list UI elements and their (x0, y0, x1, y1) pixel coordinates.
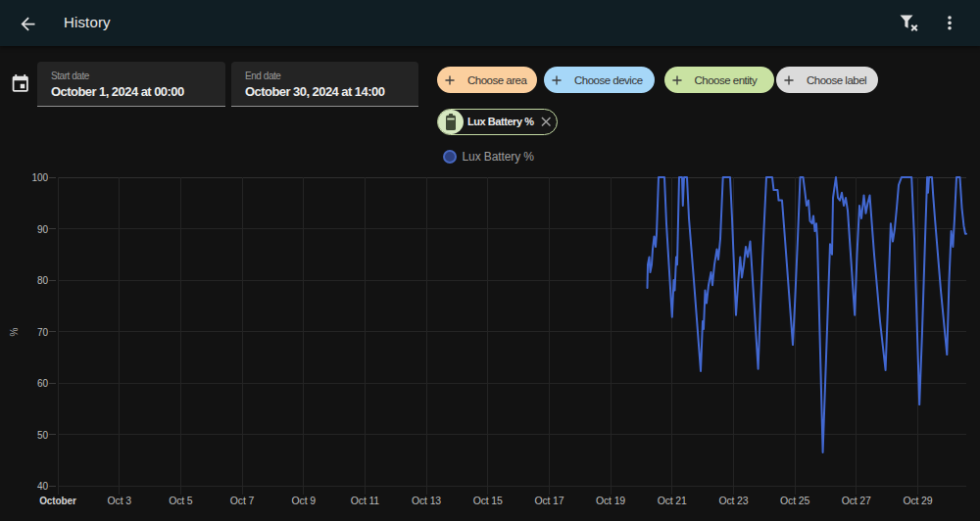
svg-text:Oct 15: Oct 15 (473, 495, 503, 506)
svg-text:%: % (9, 327, 20, 336)
svg-text:Oct 21: Oct 21 (658, 495, 687, 506)
svg-text:October: October (39, 496, 76, 506)
svg-text:40: 40 (37, 481, 48, 492)
svg-text:90: 90 (37, 224, 48, 235)
svg-text:Oct 7: Oct 7 (230, 495, 255, 506)
svg-text:Oct 19: Oct 19 (596, 495, 625, 506)
svg-text:70: 70 (37, 327, 48, 338)
svg-text:Oct 29: Oct 29 (903, 495, 932, 506)
svg-text:60: 60 (37, 378, 48, 389)
svg-text:100: 100 (32, 172, 49, 183)
svg-text:Oct 13: Oct 13 (412, 495, 441, 506)
svg-text:Oct 17: Oct 17 (534, 495, 564, 506)
svg-text:50: 50 (37, 430, 48, 441)
svg-text:Oct 5: Oct 5 (169, 495, 193, 506)
svg-text:80: 80 (37, 275, 48, 286)
svg-text:Oct 27: Oct 27 (842, 495, 871, 506)
svg-text:Oct 25: Oct 25 (780, 495, 809, 506)
svg-text:Oct 11: Oct 11 (351, 495, 380, 506)
svg-text:Oct 23: Oct 23 (718, 495, 748, 506)
svg-text:Oct 3: Oct 3 (108, 495, 132, 506)
svg-text:Oct 9: Oct 9 (292, 495, 317, 506)
